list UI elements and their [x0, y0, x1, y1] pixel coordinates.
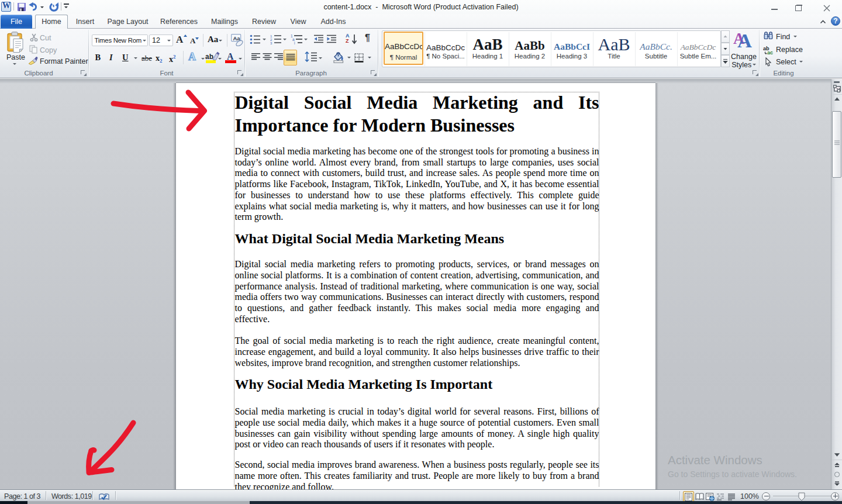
svg-text:Aа: Aа	[233, 35, 241, 42]
svg-text:3: 3	[270, 42, 272, 45]
svg-text:i: i	[294, 41, 295, 44]
svg-text:ac: ac	[767, 50, 773, 55]
